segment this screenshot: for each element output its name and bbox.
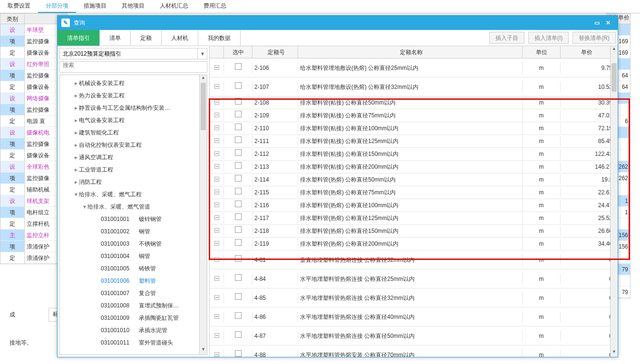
tree-item[interactable]: ▸通风空调工程 xyxy=(60,151,207,163)
tree-item[interactable]: 031001007复合管 xyxy=(60,287,207,299)
expand-icon[interactable] xyxy=(214,228,219,233)
expand-icon[interactable] xyxy=(214,202,219,207)
grid-row[interactable]: 2-106给水塑料管埋地敷设(热熔) 公称直径25mm以内m9.75 xyxy=(210,58,618,77)
grid-row[interactable]: 2-117排水塑料管(热熔) 公称直径125mm以内m25.52 xyxy=(210,212,618,225)
row-checkbox[interactable] xyxy=(235,255,242,262)
expand-icon[interactable] xyxy=(214,113,219,117)
expand-icon[interactable] xyxy=(214,276,219,281)
row-checkbox[interactable] xyxy=(235,124,242,130)
expand-icon[interactable] xyxy=(214,151,219,156)
row-checkbox[interactable] xyxy=(235,201,242,207)
row-checkbox[interactable] xyxy=(235,188,242,194)
cat-cell[interactable]: 定 xyxy=(0,184,24,195)
tree-item[interactable]: 031001010承插水泥管 xyxy=(60,324,207,336)
grid-row[interactable]: 2-112排水塑料管(粘接) 公称直径150mm以内m122.43 xyxy=(210,148,618,161)
cat-cell[interactable]: 项 xyxy=(0,70,24,81)
row-checkbox[interactable] xyxy=(235,331,242,338)
row-checkbox[interactable] xyxy=(235,350,242,357)
grid-row[interactable]: 4-87水平地埋塑料管热熔连接 公称直径50mm以内m0 xyxy=(210,326,618,345)
norm-dropdown[interactable]: ▾ xyxy=(59,48,207,59)
cat-cell[interactable]: 主 xyxy=(0,230,24,241)
main-tab-4[interactable]: 人材机汇总 xyxy=(152,0,196,13)
grid-row[interactable]: 2-119排水塑料管(热熔) 公称直径200mm以内m34.46 xyxy=(210,238,618,250)
expand-icon[interactable] xyxy=(214,333,219,338)
expand-icon[interactable] xyxy=(214,177,219,182)
tree-item[interactable]: 031001011室外管道碰头 xyxy=(60,336,207,349)
main-tab-2[interactable]: 措施项目 xyxy=(76,0,114,13)
main-tab-0[interactable]: 取费设置 xyxy=(0,0,38,13)
row-checkbox[interactable] xyxy=(235,98,242,105)
expand-icon[interactable] xyxy=(214,352,219,357)
grid-scroll-up-icon[interactable]: ▲ xyxy=(611,46,618,54)
tree-item[interactable]: ▸电气设备安装工程 xyxy=(60,114,207,126)
tree-item[interactable]: ▸建筑智能化工程 xyxy=(60,126,207,139)
tree-item[interactable]: 031001002钢管 xyxy=(60,225,207,238)
tree-item[interactable]: ▸自动化控制仪表安装工程 xyxy=(60,139,207,151)
grid-row[interactable]: 4-88水平地埋塑料管热熔安装 公称直径70mm以内m0 xyxy=(210,345,618,357)
scroll-up-icon[interactable]: ▲ xyxy=(200,75,207,83)
tree-item[interactable]: 031001009承插陶瓷缸瓦管 xyxy=(60,312,207,324)
cat-cell[interactable]: 定 xyxy=(0,252,24,264)
expand-icon[interactable] xyxy=(214,84,219,89)
cat-cell[interactable]: 定 xyxy=(0,47,24,58)
cat-cell[interactable]: 项 xyxy=(0,241,24,252)
tree-item[interactable]: ▸机械设备安装工程 xyxy=(60,77,207,89)
grid-row[interactable]: 4-85水平地埋塑料管热熔连接 公称直径32mm以内m0 xyxy=(210,288,618,307)
row-checkbox[interactable] xyxy=(235,274,242,281)
expand-icon[interactable] xyxy=(214,295,219,300)
cat-cell[interactable]: 项 xyxy=(0,104,24,115)
cat-cell[interactable]: 设 xyxy=(0,58,24,70)
tree-item[interactable]: 031001001镀锌钢管 xyxy=(60,213,207,225)
scroll-down-icon[interactable]: ▼ xyxy=(200,347,207,354)
close-button[interactable]: ✕ xyxy=(602,19,614,26)
expand-icon[interactable] xyxy=(214,314,219,319)
grid-row[interactable]: 2-110排水塑料管(粘接) 公称直径100mm以内m72.19 xyxy=(210,122,618,135)
row-checkbox[interactable] xyxy=(235,162,242,169)
grid-row[interactable]: 2-115排水塑料管(热熔) 公称直径75mm以内m22.61 xyxy=(210,186,618,199)
cat-cell[interactable]: 定 xyxy=(0,81,24,93)
grid-row[interactable]: 2-114排水塑料管(热熔) 公称直径50mm以内m19.2 xyxy=(210,173,618,186)
grid-row[interactable]: 2-109排水塑料管(粘接) 公称直径75mm以内m47.01 xyxy=(210,109,618,122)
row-checkbox[interactable] xyxy=(235,312,242,319)
expand-icon[interactable] xyxy=(214,164,219,169)
dialog-tab-1[interactable]: 清单 xyxy=(100,30,131,46)
row-checkbox[interactable] xyxy=(235,149,242,156)
category-tree[interactable]: ▸机械设备安装工程▸热力设备安装工程▸静置设备与工艺金属结构制作安装…▸电气设备… xyxy=(59,75,207,355)
search-input[interactable] xyxy=(60,62,207,68)
tree-item[interactable]: ▾给排水、采暖、燃气管道 xyxy=(60,201,207,213)
row-checkbox[interactable] xyxy=(235,111,242,117)
expand-icon[interactable] xyxy=(214,190,219,194)
cat-cell[interactable]: 定 xyxy=(0,150,24,161)
dialog-titlebar[interactable]: ✎ 查询 ▭ ✕ xyxy=(58,16,618,30)
expand-icon[interactable] xyxy=(214,65,219,70)
tree-item[interactable]: 031001006塑料管 xyxy=(60,275,207,287)
dialog-tab-3[interactable]: 人材机 xyxy=(162,30,198,46)
row-checkbox[interactable] xyxy=(235,239,242,246)
tree-item[interactable]: ▸工业管道工程 xyxy=(60,163,207,176)
tree-item[interactable]: 031001003不锈钢管 xyxy=(60,238,207,250)
grid-row[interactable]: 2-113排水塑料管(粘接) 公称直径200mm以内m146.27 xyxy=(210,161,618,173)
dialog-tab-0[interactable]: 清单指引 xyxy=(58,30,100,46)
cat-cell[interactable]: 设 xyxy=(0,195,24,207)
expand-icon[interactable] xyxy=(214,215,219,220)
cat-cell[interactable]: 项 xyxy=(0,138,24,150)
grid-row[interactable]: 4-81垂直地埋塑料管热熔连接 公称直径32mm以内m0 xyxy=(210,250,618,269)
expand-icon[interactable] xyxy=(214,138,219,143)
grid-scroll-down-icon[interactable]: ▼ xyxy=(611,349,618,357)
grid-row[interactable]: 2-111排水塑料管(粘接) 公称直径125mm以内m85.45 xyxy=(210,135,618,148)
expand-icon[interactable] xyxy=(214,125,219,130)
tree-item[interactable]: ▾给排水、采暖、燃气工程 xyxy=(60,188,207,201)
minimize-button[interactable]: ▭ xyxy=(591,19,602,26)
norm-dropdown-input[interactable] xyxy=(60,48,197,59)
tree-scrollbar[interactable]: ▲ ▼ xyxy=(199,75,207,354)
action-button-2[interactable]: 替换清单(R) xyxy=(572,32,616,44)
grid-row[interactable]: 2-108排水塑料管(粘接) 公称直径50mm以内m30.39 xyxy=(210,96,618,109)
dialog-tab-4[interactable]: 我的数据 xyxy=(198,30,241,46)
main-tab-3[interactable]: 其他项目 xyxy=(114,0,152,13)
action-button-0[interactable]: 插入子目 xyxy=(489,32,524,44)
row-checkbox[interactable] xyxy=(235,175,242,182)
expand-icon[interactable] xyxy=(214,257,219,262)
row-checkbox[interactable] xyxy=(235,63,242,70)
grid-scroll-thumb[interactable] xyxy=(611,63,617,92)
tree-item[interactable]: ▸静置设备与工艺金属结构制作安装… xyxy=(60,102,207,114)
